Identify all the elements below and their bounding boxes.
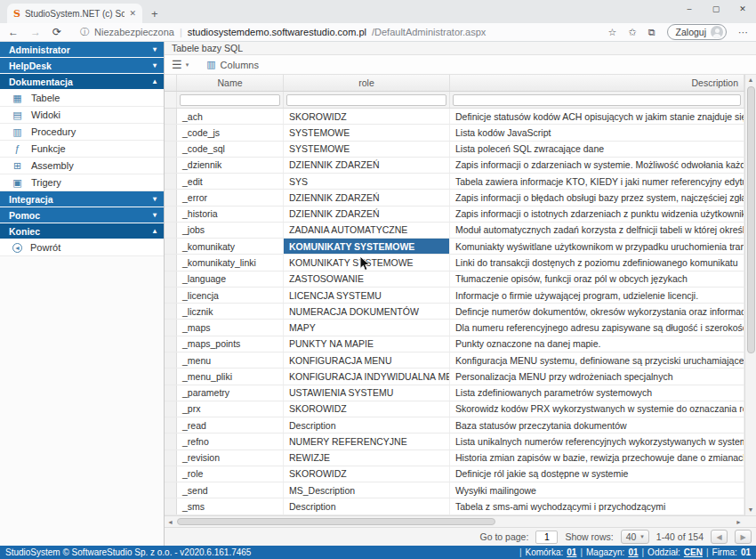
back-icon[interactable]: ← bbox=[8, 26, 19, 38]
cell-description[interactable]: Komuniakty wyświtlane użytkownikom w prz… bbox=[450, 239, 744, 254]
row-selector-cell[interactable] bbox=[165, 142, 177, 157]
login-button[interactable]: Zaloguj bbox=[667, 24, 727, 40]
cell-description[interactable]: Wysyłki mailingowe bbox=[450, 482, 744, 498]
table-row[interactable]: _code_sqlSYSTEMOWELista poleceń SQL zwra… bbox=[165, 142, 744, 158]
cell-description[interactable]: Defincje numerów dokumentów, okresów wyk… bbox=[450, 304, 744, 319]
sidebar-section-integracja[interactable]: Integracja▾ bbox=[0, 191, 164, 207]
cell-name[interactable]: _dziennik bbox=[177, 158, 284, 173]
cell-name[interactable]: _read bbox=[177, 417, 284, 433]
table-row[interactable]: _maps_pointsPUNKTY NA MAPIEPunkty oznacz… bbox=[165, 336, 744, 352]
sidebar-section-koniec[interactable]: Koniec▴ bbox=[0, 223, 164, 239]
table-row[interactable]: _refnoNUMERY REFERENCYJNELista unikalnyc… bbox=[165, 433, 744, 450]
vertical-scrollbar-thumb[interactable] bbox=[747, 86, 755, 353]
sidebar-section-dokumentacja[interactable]: Dokumentacja▴ bbox=[0, 74, 164, 89]
cell-description[interactable]: Moduł automatycznych zadań korzysta z de… bbox=[450, 223, 744, 238]
cell-role[interactable]: SYS bbox=[284, 174, 450, 189]
row-selector-cell[interactable] bbox=[165, 158, 177, 173]
cell-name[interactable]: _prx bbox=[177, 401, 284, 417]
row-selector-cell[interactable] bbox=[165, 288, 177, 303]
cell-name[interactable]: _menu bbox=[177, 352, 284, 368]
table-row[interactable]: _dziennikDZIENNIK ZDARZEŃZapis informacj… bbox=[165, 158, 744, 174]
cell-role[interactable]: REWIZJE bbox=[284, 450, 450, 466]
table-row[interactable]: _licznikNUMERACJA DOKUMENTÓWDefincje num… bbox=[165, 304, 744, 320]
sidebar-section-administrator[interactable]: Administrator▾ bbox=[0, 42, 164, 57]
cell-role[interactable]: SKOROWIDZ bbox=[284, 401, 450, 417]
column-header-role[interactable]: role bbox=[284, 75, 450, 91]
cell-role[interactable]: LICENCJA SYSTEMU bbox=[284, 288, 450, 303]
cell-role[interactable]: NUMERACJA DOKUMENTÓW bbox=[284, 304, 450, 319]
cell-name[interactable]: _sms bbox=[177, 498, 284, 514]
sidebar-item-funkcje[interactable]: ƒFunkcje bbox=[0, 141, 164, 158]
horizontal-scrollbar[interactable]: ◄ ► bbox=[165, 515, 756, 527]
cell-description[interactable]: Punkty oznaczone na danej mapie. bbox=[450, 336, 744, 352]
table-row[interactable]: _readDescriptionBaza statusów przeczytan… bbox=[165, 417, 744, 433]
cell-name[interactable]: _role bbox=[177, 466, 284, 482]
sidebar-item-tabele[interactable]: ▦Tabele bbox=[0, 90, 164, 107]
rows-per-page-select[interactable]: 40 ▾ bbox=[621, 530, 649, 544]
cell-description[interactable]: Skorowidz kodów PRX wykorzystwanych w sy… bbox=[450, 401, 744, 417]
row-selector-cell[interactable] bbox=[165, 109, 177, 124]
cell-name[interactable]: _ach bbox=[177, 109, 284, 124]
previous-page-button[interactable]: ◀ bbox=[711, 530, 728, 544]
cell-role[interactable]: KONFIGURACJA INDYWIDUALNA MENU bbox=[284, 369, 450, 384]
cell-role[interactable]: DZIENNIK ZDARZEŃ bbox=[284, 207, 450, 222]
cell-name[interactable]: _maps_points bbox=[177, 336, 284, 352]
cell-role[interactable]: SYSTEMOWE bbox=[284, 142, 450, 157]
column-header-description[interactable]: Description bbox=[450, 75, 744, 91]
sidebar-section-pomoc[interactable]: Pomoc▾ bbox=[0, 207, 164, 223]
cell-role[interactable]: NUMERY REFERENCYJNE bbox=[284, 433, 450, 449]
columns-button[interactable]: ▥ Columns bbox=[206, 59, 259, 70]
table-row[interactable]: _prxSKOROWIDZSkorowidz kodów PRX wykorzy… bbox=[165, 401, 744, 417]
cell-description[interactable]: Personalizacja MENU przy wdrożeniach spe… bbox=[450, 369, 744, 384]
table-row[interactable]: _languageZASTOSOWANIETłumaczenie opisów,… bbox=[165, 271, 744, 288]
table-row[interactable]: _code_jsSYSTEMOWELista kodów JavaScript bbox=[165, 125, 744, 141]
cell-role[interactable]: USTAWIENIA SYSTEMU bbox=[284, 385, 450, 401]
filter-name-input[interactable] bbox=[180, 94, 280, 106]
favorites-icon[interactable]: ✩ bbox=[628, 27, 636, 38]
cell-role[interactable]: MAPY bbox=[284, 320, 450, 335]
row-selector-cell[interactable] bbox=[165, 498, 177, 514]
cell-name[interactable]: _send bbox=[177, 482, 284, 498]
refresh-icon[interactable]: ⟳ bbox=[52, 26, 61, 38]
table-row[interactable]: _achSKOROWIDZDefinicje statusów kodów AC… bbox=[165, 109, 744, 125]
cell-description[interactable]: Lista poleceń SQL zwracające dane bbox=[450, 142, 744, 157]
cell-role[interactable]: MS_Description bbox=[284, 482, 450, 498]
row-selector-cell[interactable] bbox=[165, 207, 177, 222]
cell-role[interactable]: ZADANIA AUTOMATYCZNE bbox=[284, 223, 450, 238]
row-selector-cell[interactable] bbox=[165, 320, 177, 335]
cell-name[interactable]: _komunikaty_linki bbox=[177, 255, 284, 270]
cell-description[interactable]: Definicje statusów kodów ACH opisujących… bbox=[450, 109, 744, 124]
cell-description[interactable]: Lista kodów JavaScript bbox=[450, 125, 744, 140]
cell-role[interactable]: Description bbox=[284, 417, 450, 433]
row-selector-cell[interactable] bbox=[165, 239, 177, 254]
cell-description[interactable]: Baza statusów przeczytania dokumentów bbox=[450, 417, 744, 433]
star-icon[interactable]: ☆ bbox=[608, 27, 617, 38]
new-tab-button[interactable]: + bbox=[151, 7, 158, 20]
table-row[interactable]: _mapsMAPYDla numeru referencyjnego adres… bbox=[165, 320, 744, 336]
cell-name[interactable]: _code_js bbox=[177, 125, 284, 140]
horizontal-scrollbar-thumb[interactable] bbox=[177, 518, 495, 525]
menu-caret-icon[interactable]: ▾ bbox=[186, 61, 189, 69]
cell-name[interactable]: _licznik bbox=[177, 304, 284, 319]
cell-description[interactable]: Tabela z sms-ami wychodzącymi i przychod… bbox=[450, 498, 744, 514]
next-page-button[interactable]: ▶ bbox=[735, 530, 752, 544]
cell-description[interactable]: Lista zdefiniowanych parametrów systemow… bbox=[450, 385, 744, 401]
row-selector-cell[interactable] bbox=[165, 482, 177, 498]
scroll-right-icon[interactable]: ► bbox=[733, 519, 744, 525]
cell-role[interactable]: SKOROWIDZ bbox=[284, 109, 450, 124]
cell-name[interactable]: _error bbox=[177, 190, 284, 205]
cell-role[interactable]: Description bbox=[284, 498, 450, 514]
status-cell-value[interactable]: 01 bbox=[628, 547, 638, 557]
menu-icon[interactable]: ☰ bbox=[172, 58, 182, 71]
forward-icon[interactable]: → bbox=[30, 26, 41, 38]
cell-name[interactable]: _jobs bbox=[177, 223, 284, 238]
table-row[interactable]: _roleSKOROWIDZDefinicje ról jakie są dos… bbox=[165, 466, 744, 482]
cell-name[interactable]: _language bbox=[177, 271, 284, 287]
row-selector-cell[interactable] bbox=[165, 369, 177, 384]
filter-role-input[interactable] bbox=[286, 94, 446, 106]
tab-close-icon[interactable]: ✕ bbox=[129, 9, 136, 18]
scroll-down-icon[interactable]: ▼ bbox=[748, 505, 754, 515]
cell-description[interactable]: Zapis informacji o błędach obsługi bazy … bbox=[450, 190, 744, 205]
cell-description[interactable]: Historia zmian zapisów w bazie, rewizja … bbox=[450, 450, 744, 466]
minimize-button[interactable]: – bbox=[676, 0, 703, 20]
